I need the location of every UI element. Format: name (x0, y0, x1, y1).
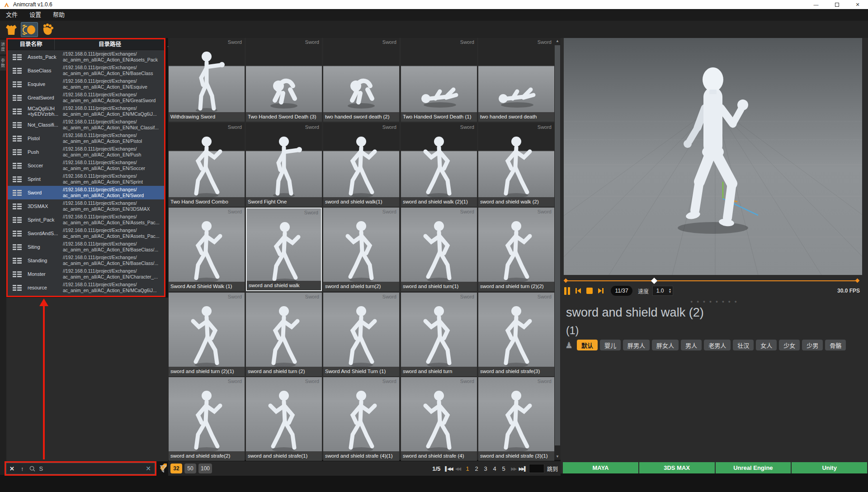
directory-search-bar[interactable]: ✕ ↑ ✕ (6, 463, 155, 474)
menu-file[interactable]: 文件 (0, 9, 24, 21)
animation-card[interactable]: Swordsword and shield strafe (3)(1) (478, 377, 554, 461)
animation-card[interactable]: Swordsword and shield turn(2) (323, 208, 399, 291)
directory-row-Sprint_Pack[interactable]: Sprint_Pack//192.168.0.111/project/Excha… (8, 213, 165, 227)
directory-row-MCaQg6iJH[interactable]: MCaQg6iJH +tyEDVzrbh...//192.168.0.111/p… (8, 104, 165, 118)
clear-filter-x-icon[interactable]: ✕ (9, 465, 14, 472)
step-back-button[interactable] (575, 287, 582, 294)
animation-card[interactable]: SwordWithdrawing Sword (169, 38, 245, 122)
export-button-maya[interactable]: MAYA (563, 462, 638, 473)
speed-stepper[interactable]: 1.0 ▲▼ (652, 286, 673, 296)
pause-button[interactable] (564, 287, 570, 295)
animation-card[interactable]: Swordsword and shield walk (2) (478, 123, 554, 207)
animation-card[interactable]: Swordsword and shield strafe(3) (478, 293, 554, 376)
timeline-playhead[interactable] (651, 278, 657, 284)
directory-row-Esquive[interactable]: Esquive//192.168.0.111/project/Exchanges… (8, 77, 165, 91)
export-button-3ds-max[interactable]: 3DS MAX (639, 462, 715, 473)
character-tag-chip[interactable]: 老男人 (704, 340, 731, 350)
directory-row-Sword[interactable]: Sword//192.168.0.111/project/Exchanges/a… (8, 186, 165, 199)
directory-row-Monster[interactable]: Monster//192.168.0.111/project/Exchanges… (8, 267, 165, 281)
directory-search-input[interactable] (39, 465, 120, 472)
side-tab-1[interactable]: 参数 (0, 56, 6, 71)
first-page-button[interactable]: ▌◀◀ (445, 466, 452, 471)
page-number-3[interactable]: 3 (481, 465, 490, 472)
side-tab-0[interactable]: 进度 (0, 40, 6, 54)
animation-card[interactable]: Swordsword and shield walk(1) (323, 123, 399, 207)
scrollbar-thumb[interactable] (555, 45, 560, 445)
directory-row-Sprint[interactable]: Sprint//192.168.0.111/project/Exchanges/… (8, 172, 165, 186)
timeline-slider[interactable] (565, 278, 858, 284)
hand-pose-icon[interactable] (39, 22, 56, 37)
animation-card[interactable]: Swordtwo handed sword death (2) (323, 38, 399, 122)
stop-button[interactable] (586, 288, 593, 294)
character-tag-chip[interactable]: 少女 (779, 340, 800, 350)
animation-card[interactable]: Swordsword and shield turn(1) (401, 208, 477, 291)
page-size-button-100[interactable]: 100 (198, 464, 212, 473)
animation-card[interactable]: Swordsword and shield turn (2)(2) (478, 208, 554, 291)
character-tag-chip[interactable]: 女人 (756, 340, 777, 350)
character-outfit-icon[interactable] (3, 22, 20, 37)
animation-card[interactable]: Swordsword and shield turn (401, 293, 477, 376)
grid-scrollbar[interactable]: ▲ ▼ (554, 38, 561, 460)
menu-help[interactable]: 帮助 (47, 9, 71, 21)
prev-page-button[interactable]: ◀◀ (455, 466, 460, 471)
filter-tag-icon[interactable] (158, 462, 168, 476)
animation-card[interactable]: SwordTwo Handed Sword Death (1) (401, 38, 477, 122)
animation-card[interactable]: Swordsword and shield turn (2) (246, 293, 322, 376)
character-tag-chip[interactable]: 骨骼 (825, 340, 846, 350)
character-tag-chip[interactable]: 胖女人 (652, 340, 679, 350)
last-page-button[interactable]: ▶▶▌ (519, 466, 526, 471)
export-button-unity[interactable]: Unity (792, 462, 867, 473)
viewport-3d[interactable] (564, 38, 862, 275)
directory-row-GreatSword[interactable]: GreatSword//192.168.0.111/project/Exchan… (8, 91, 165, 104)
directory-row-Soccer[interactable]: Soccer//192.168.0.111/project/Exchanges/… (8, 159, 165, 172)
maximize-button[interactable] (826, 0, 847, 9)
menu-settings[interactable]: 设置 (24, 9, 47, 21)
directory-row-BaseClass[interactable]: BaseClass//192.168.0.111/project/Exchang… (8, 64, 165, 77)
animation-card[interactable]: Swordtwo handed sword death (478, 38, 554, 122)
scroll-up-icon[interactable]: ▲ (554, 38, 561, 44)
page-number-1[interactable]: 1 (463, 465, 472, 472)
animation-card[interactable]: SwordTwo Handed Sword Death (3) (246, 38, 322, 122)
clear-search-icon[interactable]: ✕ (146, 465, 151, 472)
animation-card[interactable]: Swordsword and shield walk (246, 208, 322, 291)
page-size-button-32[interactable]: 32 (170, 464, 182, 473)
next-page-button[interactable]: ▶▶ (511, 466, 516, 471)
page-number-4[interactable]: 4 (490, 465, 499, 472)
speed-down-icon[interactable]: ▼ (667, 291, 673, 293)
directory-row-Push[interactable]: Push//192.168.0.111/project/Exchanges/ac… (8, 145, 165, 159)
close-button[interactable]: ✕ (847, 0, 868, 9)
animation-card[interactable]: Swordsword and shield strafe (4) (401, 377, 477, 461)
splitter-handle[interactable]: ● ● ● ● ● ● ● ● (561, 299, 868, 304)
animation-card[interactable]: Swordsword and shield turn (2)(1) (169, 293, 245, 376)
animation-card[interactable]: SwordSword Fight One (246, 123, 322, 207)
character-tag-chip[interactable]: 胖男人 (623, 340, 650, 350)
up-level-arrow-icon[interactable]: ↑ (21, 465, 24, 472)
animation-card[interactable]: SwordSword And Shield Walk (1) (169, 208, 245, 291)
column-header-path[interactable]: 目录路径 (55, 39, 165, 50)
character-tag-chip[interactable]: 默认 (577, 340, 598, 350)
directory-row-resource[interactable]: resource//192.168.0.111/project/Exchange… (8, 281, 165, 294)
jump-page-input[interactable] (529, 464, 544, 473)
page-number-2[interactable]: 2 (472, 465, 481, 472)
animation-card[interactable]: Swordsword and shield walk (2)(1) (401, 123, 477, 207)
motion-clip-icon[interactable] (21, 22, 38, 37)
directory-row-SwordAndS...[interactable]: SwordAndS...//192.168.0.111/project/Exch… (8, 227, 165, 240)
directory-row-Siting[interactable]: Siting//192.168.0.111/project/Exchanges/… (8, 240, 165, 254)
animation-card[interactable]: SwordSword And Shield Turn (1) (323, 293, 399, 376)
directory-row-Assets_Pack[interactable]: Assets_Pack//192.168.0.111/project/Excha… (8, 50, 165, 64)
directory-row-Pistol[interactable]: Pistol//192.168.0.111/project/Exchanges/… (8, 132, 165, 145)
page-number-5[interactable]: 5 (499, 465, 508, 472)
character-tag-chip[interactable]: 婴儿 (600, 340, 621, 350)
timeline-track[interactable] (565, 280, 858, 281)
animation-card[interactable]: SwordTwo Hand Sword Combo (169, 123, 245, 207)
export-button-unreal-engine[interactable]: Unreal Engine (716, 462, 791, 473)
animation-card[interactable]: Swordsword and shield strafe(2) (169, 377, 245, 461)
character-tag-chip[interactable]: 少男 (802, 340, 823, 350)
animation-card[interactable]: Swordsword and shield strafe(1) (246, 377, 322, 461)
directory-row-Not_Classifi...[interactable]: Not_Classifi...//192.168.0.111/project/E… (8, 118, 165, 132)
animation-card[interactable]: Swordsword and shield strafe (4)(1) (323, 377, 399, 461)
character-tag-chip[interactable]: 男人 (681, 340, 702, 350)
page-size-button-50[interactable]: 50 (184, 464, 196, 473)
scroll-down-icon[interactable]: ▼ (554, 454, 561, 460)
character-tag-chip[interactable]: 壮汉 (733, 340, 754, 350)
